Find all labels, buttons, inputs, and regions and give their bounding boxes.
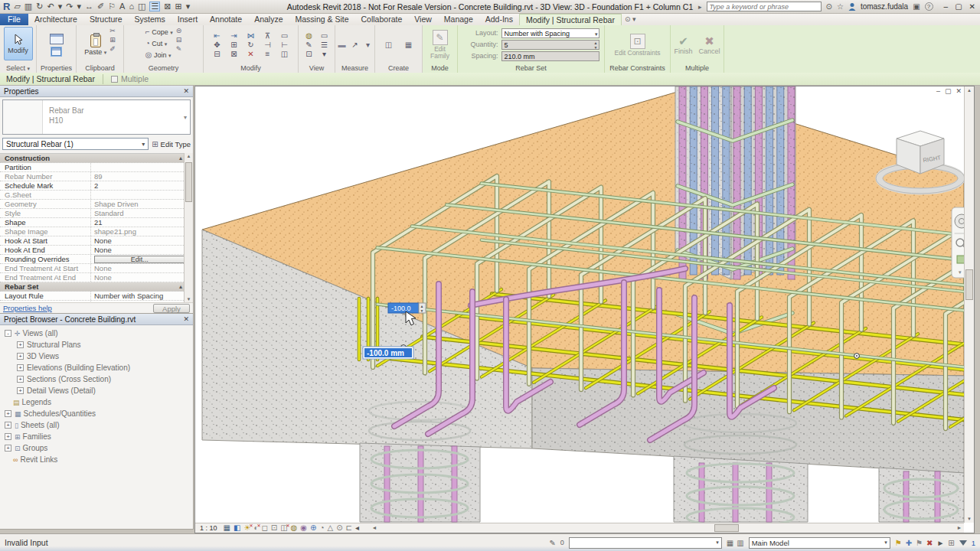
property-row[interactable]: End Treatment At StartNone [0, 264, 193, 273]
tag-icon[interactable]: ⚐ [108, 2, 116, 11]
measure-dropdown-icon[interactable]: ▾ [363, 41, 373, 49]
extend-icon[interactable]: ⊢ [278, 41, 292, 49]
browser-item-legends[interactable]: ▤Legends [0, 396, 193, 408]
aligned-dimension-icon[interactable]: ↔ [85, 2, 93, 11]
property-row[interactable]: Hook At StartNone [0, 236, 193, 246]
drag-elements-icon[interactable]: ⊞ [948, 539, 954, 547]
search-icon[interactable]: ⊙ [826, 2, 832, 11]
favorites-icon[interactable]: ☆ [837, 2, 844, 11]
default-3d-view-icon[interactable]: ⌂ [129, 2, 134, 11]
revit-logo[interactable]: R [3, 2, 10, 11]
central-file-icon[interactable]: ⚑ [916, 539, 923, 547]
edit-constraints-icon[interactable]: ⊡ [630, 34, 645, 49]
infocenter-collapse-icon[interactable]: ▸ [698, 3, 702, 11]
tree-expander-icon[interactable]: + [17, 341, 24, 348]
tree-expander-icon[interactable]: + [17, 376, 24, 383]
edit-family-icon[interactable]: ✎ [433, 30, 448, 45]
tree-expander-icon[interactable]: + [17, 353, 24, 360]
worksharing-display-icon[interactable]: ⊕ [310, 524, 316, 532]
activate-icon[interactable]: ◫ [278, 50, 292, 58]
browser-item-groups[interactable]: +⊡Groups [0, 442, 193, 454]
align-icon[interactable]: ⇤ [211, 31, 224, 40]
isolate-icon[interactable]: ▭ [318, 31, 331, 40]
finish-button[interactable]: ✔Finish [674, 35, 692, 55]
browser-item-3d-views[interactable]: +3D Views [0, 350, 193, 362]
multiple-checkbox[interactable] [111, 76, 118, 83]
type-selector-dropdown-icon[interactable]: ▾ [184, 114, 190, 121]
horizontal-scrollbar[interactable]: ◄ ► [370, 523, 964, 533]
analytical-model-icon[interactable]: △ [328, 524, 334, 532]
modify-tool-icon[interactable]: ✐ [97, 2, 104, 11]
redo-dropdown-icon[interactable]: ▾ [77, 2, 81, 11]
view-close-icon[interactable]: ✕ [956, 87, 962, 95]
tab-manage[interactable]: Manage [438, 14, 479, 25]
match-type-icon[interactable]: ✐ [109, 45, 116, 53]
tab-collaborate[interactable]: Collaborate [355, 14, 409, 25]
tab-structure[interactable]: Structure [83, 14, 129, 25]
tree-expander-icon[interactable]: + [17, 364, 24, 371]
property-row[interactable]: GeometryShape Driven [0, 200, 193, 209]
property-row[interactable]: End Treatment At EndNone [0, 273, 193, 282]
browser-item-detail-views-detail-[interactable]: +Detail Views (Detail) [0, 385, 193, 396]
tab-systems[interactable]: Systems [129, 14, 172, 25]
crop-region-icon[interactable]: ⊡ [271, 524, 277, 532]
navigation-bar[interactable]: ▾ [952, 207, 964, 278]
open-icon[interactable]: ▱ [14, 2, 20, 11]
filter-icon[interactable] [959, 540, 967, 546]
tab-modify-structural-rebar[interactable]: Modify | Structural Rebar [519, 14, 622, 25]
search-input[interactable] [707, 2, 822, 11]
property-group-row[interactable]: Rebar Set▴ [0, 282, 193, 292]
undo-icon[interactable]: ↶ [47, 2, 54, 11]
plan-view-icon[interactable]: ⊡ [303, 50, 315, 58]
tree-expander-icon[interactable]: + [17, 387, 24, 394]
tab-insert[interactable]: Insert [172, 14, 204, 25]
join-button[interactable]: ◎ Join ▾ [145, 50, 172, 60]
tree-expander-icon[interactable]: + [5, 410, 11, 417]
project-browser-close-icon[interactable]: ✕ [183, 315, 189, 323]
undo-dropdown-icon[interactable]: ▾ [58, 2, 63, 11]
property-row[interactable]: Layout RuleNumber with Spacing [0, 292, 193, 301]
browser-item-revit-links[interactable]: ∞Revit Links [0, 454, 193, 465]
trim-icon[interactable]: ⊣ [261, 41, 275, 49]
thin-lines-icon[interactable]: ☰ [149, 2, 160, 11]
close-button[interactable]: ✕ [969, 2, 975, 11]
lock-3d-view-icon[interactable]: ◫✕ [280, 524, 287, 532]
more-icon[interactable]: ▾ [318, 50, 331, 58]
select-toggle-icon[interactable]: ► [936, 539, 944, 547]
design-option-dropdown[interactable]: Main Model▾ [749, 537, 890, 549]
tab-annotate[interactable]: Annotate [204, 14, 248, 25]
cart-icon[interactable]: ▣ [913, 2, 920, 11]
cut-geometry-button[interactable]: ◔ Cut ▾ [145, 38, 168, 49]
element-filter-dropdown[interactable]: Structural Rebar (1)▾ [2, 138, 149, 150]
move-icon[interactable]: ✥ [211, 41, 224, 49]
drawing-area[interactable]: -100.0▲▼-100.0 mmRIGHT▾ – ▢ ✕ ▲ ▼ 1 : 10… [194, 86, 975, 533]
save-icon[interactable]: ▥ [24, 2, 32, 11]
customize-qat-icon[interactable]: ▾ [186, 2, 191, 11]
property-row[interactable]: G.Sheet [0, 191, 193, 200]
browser-item-sections-cross-section-[interactable]: +Sections (Cross Section) [0, 373, 193, 385]
cope-button[interactable]: ⌐ Cope ▾ [145, 27, 173, 37]
type-selector[interactable]: Rebar Bar H10 ▾ [2, 99, 191, 135]
detail-level-icon[interactable]: ▦ [224, 524, 230, 532]
editing-requests-icon[interactable]: ✚ [906, 539, 912, 547]
temporary-dimension[interactable]: -100.0▲▼ [388, 303, 426, 313]
wall-join-icon[interactable]: ⊟ [176, 36, 182, 44]
property-row[interactable]: Hook At EndNone [0, 246, 193, 255]
panel-label-select[interactable]: Select ▾ [0, 64, 36, 73]
tab-massing-site[interactable]: Massing & Site [289, 14, 355, 25]
array-icon[interactable]: ⊟ [211, 50, 224, 58]
property-row[interactable]: StyleStandard [0, 209, 193, 218]
close-hidden-windows-icon[interactable]: ⊠ [164, 2, 171, 11]
ribbon-state-toggle-icon[interactable]: ⊙ ▾ [622, 14, 639, 25]
edit-constraints-label[interactable]: Edit Constraints [615, 50, 661, 57]
properties-header[interactable]: Properties✕ [0, 86, 193, 97]
browser-item-structural-plans[interactable]: +Structural Plans [0, 339, 193, 350]
paste-label[interactable]: Paste ▾ [84, 48, 106, 56]
view-restore-icon[interactable]: ▢ [945, 87, 952, 95]
pin-icon[interactable]: ⊼ [261, 31, 275, 40]
reveal-constraints-icon[interactable]: ⊏ [346, 524, 352, 532]
create-assembly-icon[interactable]: ▦ [400, 41, 417, 49]
measure-icon[interactable]: ↗ [350, 41, 360, 49]
3d-view-scene[interactable]: -100.0▲▼-100.0 mmRIGHT▾ [195, 86, 964, 523]
quantity-stepper[interactable]: 5▲▼ [501, 40, 599, 50]
